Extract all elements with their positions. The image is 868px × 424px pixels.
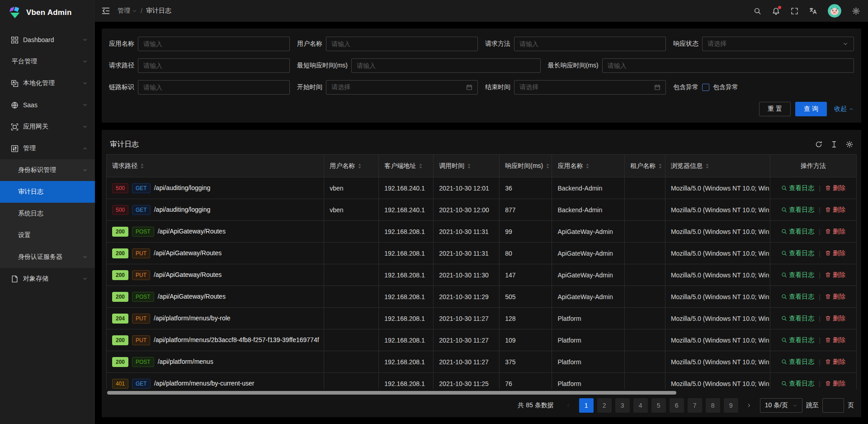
sort-caret-icon[interactable] [358, 163, 362, 169]
view-log-button[interactable]: 查看日志 [781, 293, 814, 301]
view-log-button[interactable]: 查看日志 [781, 380, 814, 388]
view-log-button[interactable]: 查看日志 [781, 184, 814, 192]
logo[interactable]: Vben Admin [0, 0, 95, 25]
sort-caret-icon[interactable] [658, 163, 662, 169]
sidebar-item-auth-server[interactable]: 身份认证服务器 [0, 246, 95, 268]
delete-button[interactable]: 删除 [825, 228, 845, 236]
row-height-icon[interactable] [830, 141, 838, 148]
sort-caret-icon[interactable] [585, 163, 590, 169]
pagination-prev-button[interactable] [561, 398, 576, 413]
delete-button[interactable]: 删除 [825, 271, 845, 279]
delete-button[interactable]: 删除 [825, 184, 845, 192]
column-header-tenant[interactable]: 租户名称 [625, 155, 665, 177]
fullscreen-icon[interactable] [791, 7, 798, 15]
sort-caret-icon[interactable] [705, 163, 709, 169]
sidebar-item-localization[interactable]: 本地化管理 [0, 72, 95, 94]
pagination-page-2[interactable]: 2 [597, 398, 612, 413]
translate-icon[interactable] [809, 7, 817, 15]
sidebar-item-manage[interactable]: 管理 [0, 138, 95, 159]
horizontal-scrollbar[interactable] [107, 391, 856, 395]
breadcrumb-section[interactable]: 管理 [118, 7, 137, 15]
view-log-button[interactable]: 查看日志 [781, 206, 814, 214]
scrollbar-thumb[interactable] [107, 391, 676, 395]
delete-button[interactable]: 删除 [825, 380, 845, 388]
pagination-next-button[interactable] [742, 398, 756, 413]
delete-button[interactable]: 删除 [825, 249, 845, 257]
response-status-select[interactable]: 请选择 [702, 37, 854, 51]
sort-caret-icon[interactable] [467, 163, 471, 169]
page-size-select[interactable]: 10 条/页 [760, 398, 802, 413]
sidebar-item-platform[interactable]: 平台管理 [0, 51, 95, 72]
method-badge: GET [132, 183, 151, 193]
pagination-page-5[interactable]: 5 [651, 398, 666, 413]
start-time-picker[interactable]: 请选择 [326, 80, 478, 95]
include-exception-checkbox[interactable] [702, 84, 709, 91]
delete-button[interactable]: 删除 [825, 358, 845, 366]
view-log-button[interactable]: 查看日志 [781, 358, 814, 366]
filter-field-user-name: 用户名称 [297, 37, 478, 51]
cell-time: 2021-10-30 11:25 [434, 373, 500, 390]
table-body: 500GET/api/auditing/loggingvben192.168.2… [107, 177, 857, 390]
delete-icon [825, 381, 831, 386]
search-button[interactable]: 查 询 [795, 102, 827, 116]
end-time-picker[interactable]: 请选择 [514, 80, 666, 95]
request-path-input[interactable] [138, 58, 290, 73]
view-log-button[interactable]: 查看日志 [781, 314, 814, 323]
delete-button[interactable]: 删除 [825, 293, 845, 301]
trace-id-input[interactable] [138, 80, 290, 95]
pagination-page-7[interactable]: 7 [688, 398, 702, 413]
column-header-duration[interactable]: 响应时间(ms) [500, 155, 552, 177]
request-method-input[interactable] [514, 37, 666, 51]
menu-fold-icon[interactable] [101, 6, 110, 15]
column-header-client[interactable]: 客户端地址 [379, 155, 434, 177]
view-log-button[interactable]: 查看日志 [781, 249, 814, 257]
cell-duration: 80 [500, 243, 552, 264]
pagination-page-1[interactable]: 1 [579, 398, 594, 413]
column-settings-icon[interactable] [846, 141, 853, 148]
sidebar-item-gateway[interactable]: 应用网关 [0, 116, 95, 138]
jump-page-input[interactable] [822, 398, 844, 413]
delete-label: 删除 [833, 380, 845, 388]
delete-button[interactable]: 删除 [825, 314, 845, 323]
sidebar-item-identity[interactable]: 身份标识管理 [0, 159, 95, 181]
pagination-page-8[interactable]: 8 [706, 398, 720, 413]
collapse-link[interactable]: 收起 [834, 105, 854, 113]
user-name-input[interactable] [326, 37, 478, 51]
sort-caret-icon[interactable] [546, 163, 550, 169]
pagination-page-3[interactable]: 3 [615, 398, 630, 413]
view-log-button[interactable]: 查看日志 [781, 336, 814, 344]
column-header-user[interactable]: 用户名称 [324, 155, 379, 177]
view-log-button[interactable]: 查看日志 [781, 271, 814, 279]
delete-button[interactable]: 删除 [825, 336, 845, 344]
bell-icon[interactable] [772, 7, 780, 15]
sidebar-item-settings[interactable]: 设置 [0, 224, 95, 246]
chevron-right-icon [746, 403, 752, 408]
column-header-time[interactable]: 调用时间 [434, 155, 500, 177]
table-title: 审计日志 [110, 140, 139, 149]
pagination-page-9[interactable]: 9 [724, 398, 738, 413]
sort-caret-icon[interactable] [140, 163, 144, 169]
min-response-time-input[interactable] [351, 58, 541, 73]
sidebar-item-system-log[interactable]: 系统日志 [0, 203, 95, 224]
request-path: /api/platform/menus/by-current-user [154, 380, 255, 387]
view-log-button[interactable]: 查看日志 [781, 228, 814, 236]
pagination-page-4[interactable]: 4 [633, 398, 648, 413]
sort-caret-icon[interactable] [419, 163, 423, 169]
sidebar-item-object-storage[interactable]: 对象存储 [0, 268, 95, 290]
cell-tenant [625, 351, 665, 373]
pagination-page-6[interactable]: 6 [670, 398, 684, 413]
column-header-app[interactable]: 应用名称 [552, 155, 625, 177]
app-name-input[interactable] [138, 37, 290, 51]
search-icon[interactable] [754, 7, 761, 15]
delete-button[interactable]: 删除 [825, 206, 845, 214]
refresh-icon[interactable] [815, 141, 822, 148]
column-header-path[interactable]: 请求路径 [107, 155, 324, 177]
sidebar-item-audit-log[interactable]: 审计日志 [0, 181, 95, 203]
column-header-browser[interactable]: 浏览器信息 [665, 155, 770, 177]
sidebar-item-saas[interactable]: Saas [0, 94, 95, 116]
settings-icon[interactable] [852, 7, 860, 15]
avatar[interactable] [828, 4, 841, 18]
sidebar-item-dashboard[interactable]: Dashboard [0, 29, 95, 51]
max-response-time-input[interactable] [602, 58, 854, 73]
reset-button[interactable]: 重 置 [759, 102, 791, 116]
